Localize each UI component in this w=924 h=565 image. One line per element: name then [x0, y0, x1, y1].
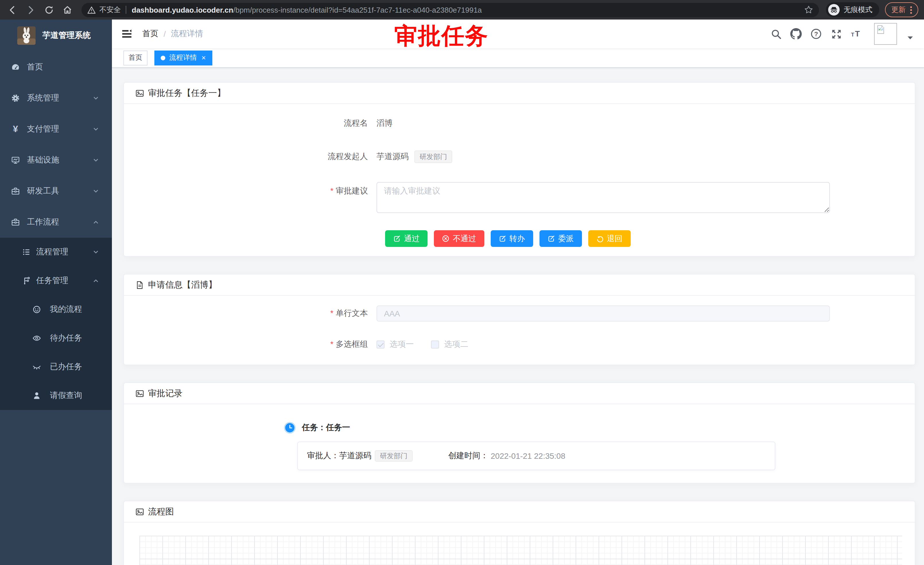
chevron-down-icon — [92, 157, 99, 164]
address-bar[interactable]: 不安全 dashboard.yudao.iocoder.cn/bpm/proce… — [81, 3, 819, 17]
initiator-label: 流程发起人 — [124, 152, 376, 162]
single-line-text-input[interactable] — [376, 305, 830, 322]
sidebar-item-process-management[interactable]: 流程管理 — [0, 238, 112, 266]
breadcrumb: 首页 / 流程详情 — [142, 29, 203, 39]
advice-textarea[interactable] — [376, 182, 830, 213]
sidebar-item-label: 基础设施 — [27, 155, 59, 165]
initiator-dept-tag: 研发部门 — [414, 150, 452, 163]
chevron-down-icon — [92, 126, 99, 133]
reject-button[interactable]: 不通过 — [434, 230, 484, 247]
sidebar-item-label: 系统管理 — [27, 93, 59, 103]
clock-icon — [284, 422, 296, 434]
checkbox-option-1[interactable]: 选项一 — [376, 340, 414, 350]
transfer-button[interactable]: 转办 — [490, 230, 533, 247]
sidebar-menu: 首页 系统管理 ¥ 支付管理 — [0, 52, 112, 410]
approval-task-card: 审批任务【任务一】 流程名 滔博 流程发起人 芋道源码 研发部门 — [123, 82, 915, 257]
tag-close-icon[interactable]: × — [201, 54, 206, 62]
incognito-badge: 无痕模式 — [826, 2, 879, 17]
top-navbar: 首页 / 流程详情 审批任务 ? — [112, 20, 924, 48]
bpmn-diagram-canvas[interactable] — [140, 536, 902, 565]
browser-forward-button[interactable] — [23, 2, 38, 17]
advice-row: *审批建议 — [124, 182, 915, 213]
return-button[interactable]: 退回 — [588, 230, 630, 247]
monitor-icon — [11, 156, 20, 165]
sidebar-item-label: 工作流程 — [27, 217, 59, 227]
update-label: 更新 — [891, 5, 906, 15]
document-icon — [135, 281, 144, 289]
checkbox-group-row: *多选框组 选项一 选项二 — [124, 340, 915, 365]
card-title: 审批任务【任务一】 — [148, 87, 225, 98]
fullscreen-icon[interactable] — [831, 28, 842, 40]
sidebar-item-dev-tools[interactable]: 研发工具 — [0, 176, 112, 207]
list-tree-icon — [22, 248, 31, 257]
apply-info-card: 申请信息【滔博】 *单行文本 *多选框组 选项一 — [123, 274, 915, 365]
sidebar-item-done-tasks[interactable]: 已办任务 — [0, 353, 112, 381]
sidebar-item-label: 研发工具 — [27, 186, 59, 196]
sidebar-item-leave-query[interactable]: 请假查询 — [0, 381, 112, 410]
sidebar: 芋道管理系统 首页 系统管理 ¥ 支付 — [0, 20, 112, 565]
chevron-up-icon — [92, 219, 99, 225]
checkbox-option-2[interactable]: 选项二 — [431, 340, 468, 350]
person-icon — [32, 391, 41, 400]
bookmark-star-icon[interactable] — [804, 5, 813, 14]
yen-icon: ¥ — [11, 125, 20, 134]
approver-dept-tag: 研发部门 — [375, 450, 412, 462]
avatar[interactable] — [874, 23, 897, 45]
search-icon[interactable] — [770, 28, 782, 40]
browser-reload-button[interactable] — [41, 2, 56, 17]
toolbox-icon — [11, 218, 20, 227]
browser-update-button[interactable]: 更新 — [885, 2, 918, 17]
browser-home-button[interactable] — [60, 2, 75, 17]
sidebar-item-workflow[interactable]: 工作流程 — [0, 207, 112, 238]
app-logo — [17, 26, 36, 45]
toolbox-icon — [11, 186, 20, 196]
sidebar-item-label: 已办任务 — [50, 362, 82, 372]
edit-icon — [393, 235, 400, 242]
incognito-label: 无痕模式 — [844, 5, 872, 15]
sidebar-item-todo-tasks[interactable]: 待办任务 — [0, 324, 112, 353]
sidebar-item-infrastructure[interactable]: 基础设施 — [0, 145, 112, 176]
sidebar-item-label: 待办任务 — [50, 333, 82, 343]
tags-view: 首页 流程详情 × — [112, 48, 924, 68]
avatar-caret-icon[interactable] — [907, 36, 914, 40]
delegate-button[interactable]: 委派 — [539, 230, 582, 247]
initiator-value: 芋道源码 — [376, 152, 409, 162]
app-title: 芋道管理系统 — [42, 30, 91, 41]
page-content: 审批任务【任务一】 流程名 滔博 流程发起人 芋道源码 研发部门 — [112, 68, 924, 565]
active-tag-dot — [161, 56, 165, 60]
picture-icon — [135, 389, 144, 398]
sidebar-item-label: 流程管理 — [36, 247, 68, 257]
checkbox-group-label: *多选框组 — [124, 340, 376, 350]
card-title: 申请信息【滔博】 — [148, 279, 217, 290]
browser-menu-icon[interactable] — [910, 6, 912, 14]
sidebar-item-task-management[interactable]: 任务管理 — [0, 266, 112, 295]
breadcrumb-home[interactable]: 首页 — [142, 29, 158, 39]
page-url: dashboard.yudao.iocoder.cn/bpm/process-i… — [132, 6, 804, 14]
browser-back-button[interactable] — [4, 2, 20, 17]
sidebar-item-home[interactable]: 首页 — [0, 52, 112, 83]
broken-image-icon — [876, 25, 885, 35]
approval-timeline: 任务：任务一 审批人： 芋道源码 研发部门 创建时间： 2022-01-21 2… — [124, 404, 915, 483]
dashboard-icon — [11, 63, 20, 72]
help-icon[interactable]: ? — [810, 28, 822, 40]
font-size-icon[interactable]: TT — [850, 28, 862, 40]
sidebar-item-my-process[interactable]: 我的流程 — [0, 295, 112, 324]
sidebar-item-payment[interactable]: ¥ 支付管理 — [0, 114, 112, 145]
approve-button[interactable]: 通过 — [385, 230, 428, 247]
omnibox-divider — [125, 6, 126, 14]
picture-icon — [135, 507, 144, 516]
tag-home[interactable]: 首页 — [123, 50, 147, 65]
process-name-label: 流程名 — [124, 118, 376, 129]
github-icon[interactable] — [790, 28, 802, 40]
card-title: 流程图 — [148, 506, 174, 517]
required-asterisk: * — [330, 308, 333, 317]
tag-process-detail[interactable]: 流程详情 × — [154, 50, 212, 65]
sidebar-item-system[interactable]: 系统管理 — [0, 83, 112, 114]
checkbox-unchecked-icon — [431, 341, 439, 349]
app-logo-row[interactable]: 芋道管理系统 — [0, 20, 112, 52]
gear-icon — [11, 93, 20, 103]
undo-icon — [596, 235, 603, 242]
sidebar-collapse-button[interactable] — [120, 27, 133, 40]
approval-record-card: 审批记录 任务：任务一 审批人： 芋道源码 研发部门 — [123, 382, 915, 484]
org-tree-icon — [22, 276, 31, 286]
